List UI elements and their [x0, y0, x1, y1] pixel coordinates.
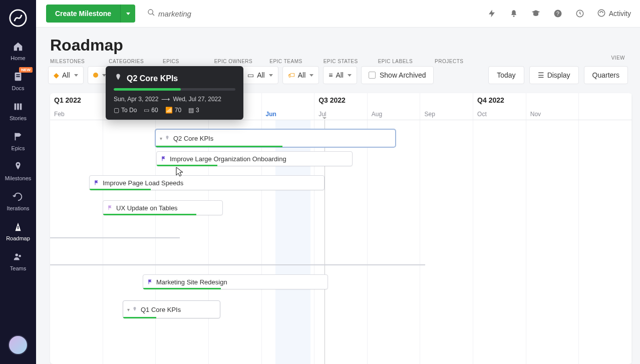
search-input[interactable] [158, 10, 288, 18]
epic-bar[interactable]: Improve Page Load Speeds [89, 175, 325, 190]
bar-label: Improve Page Load Speeds [103, 179, 183, 187]
teams-icon [12, 250, 25, 263]
filter-value: All [257, 71, 265, 79]
svg-rect-19 [162, 157, 163, 161]
clock-icon[interactable] [575, 9, 585, 19]
main: Create Milestone ? Activity Roadmap [36, 0, 640, 364]
help-icon[interactable]: ? [553, 9, 563, 19]
timeline-body[interactable]: ▾Q2 Core KPIsImprove Large Organization … [50, 120, 632, 364]
svg-rect-6 [20, 104, 22, 110]
sidebar-item-iterations[interactable]: Iterations [1, 186, 36, 216]
sidebar-item-stories[interactable]: Stories [1, 96, 36, 126]
flag-icon [147, 279, 153, 285]
pin-icon: ◆ [54, 71, 59, 79]
status-icon: ▢ [114, 107, 119, 114]
right-controls: Today ☰ Display Quarters VIEW [488, 66, 628, 84]
filter-epic-states[interactable]: ▭ All [242, 66, 278, 84]
sidebar-item-teams[interactable]: Teams [1, 246, 36, 276]
svg-rect-20 [95, 181, 96, 185]
iterations-icon [12, 190, 25, 203]
filter-label: EPIC LABELS [378, 59, 413, 64]
sidebar-item-docs[interactable]: NEW Docs [1, 66, 36, 96]
state-icon: ▭ [247, 71, 254, 79]
svg-point-12 [148, 10, 153, 14]
epic-bar[interactable]: UX Update on Tables [103, 200, 223, 215]
sidebar-item-label: Home [11, 55, 25, 61]
chevron-down-icon [309, 74, 313, 77]
bar-label: Q2 Core KPIs [173, 135, 213, 142]
sidebar-item-label: Stories [10, 115, 27, 121]
svg-rect-21 [109, 206, 109, 210]
timeline-column: Nov [526, 93, 579, 120]
activity-link[interactable]: Activity [597, 9, 631, 19]
milestone-bar[interactable]: ▾Q2 Core KPIs [155, 129, 396, 147]
app-logo[interactable] [7, 7, 29, 29]
svg-point-8 [17, 164, 19, 166]
sidebar-item-roadmap[interactable]: Roadmap [1, 216, 36, 246]
month-label: Sep [424, 111, 435, 118]
timeline[interactable]: Q1 2022FebMarQ2 2022AprMayJunQ3 2022JulA… [50, 93, 632, 364]
filter-label: EPIC TEAMS [269, 59, 302, 64]
sidebar-item-home[interactable]: Home [1, 36, 36, 66]
show-archived-label: Show Archived [380, 71, 426, 79]
milestone-bar[interactable]: ▾Q1 Core KPIs [123, 300, 220, 318]
signal-icon: 📶 [165, 107, 173, 114]
month-label: Oct [477, 111, 487, 118]
milestone-tooltip: Q2 Core KPIs Sun, Apr 3, 2022 ⟶ Wed, Jul… [106, 66, 243, 120]
quarters-button[interactable]: Quarters [584, 66, 628, 84]
create-dropdown-caret[interactable] [120, 5, 135, 23]
activity-icon [597, 9, 606, 19]
card-icon: ▭ [144, 107, 149, 114]
search-box[interactable] [147, 9, 288, 19]
sidebar-item-label: Iterations [7, 205, 29, 211]
tooltip-stats: ▢To Do ▭60 📶70 ▤3 [114, 107, 235, 114]
epic-bar[interactable]: Marketing Site Redesign [143, 274, 328, 289]
filter-label: EPIC STATES [324, 59, 358, 64]
grad-cap-icon[interactable] [531, 9, 541, 19]
show-archived-toggle[interactable]: Show Archived [361, 66, 434, 84]
tooltip-count2: 70 [175, 107, 181, 114]
timeline-column: Jun [262, 93, 315, 120]
flag-icon [161, 156, 167, 162]
filter-value: All [336, 71, 344, 79]
bar-progress [103, 214, 196, 215]
bar-progress [123, 317, 156, 318]
bar-progress [143, 288, 221, 289]
doc-icon: ▤ [188, 107, 194, 114]
stories-icon [12, 100, 25, 113]
bolt-icon[interactable] [487, 9, 497, 19]
sliders-icon: ☰ [538, 71, 544, 79]
filter-label: PROJECTS [435, 59, 463, 64]
tooltip-count3: 3 [196, 107, 199, 114]
topbar-right: ? Activity [487, 9, 631, 19]
chevron-down-icon[interactable]: ▾ [160, 136, 162, 141]
tooltip-title: Q2 Core KPIs [127, 74, 178, 83]
filter-projects[interactable]: ≡ All [323, 66, 357, 84]
svg-rect-5 [17, 104, 19, 110]
epic-bar[interactable]: Improve Large Organization Onboarding [156, 151, 353, 166]
chevron-down-icon[interactable]: ▾ [127, 307, 130, 312]
milestone-divider [50, 264, 425, 265]
sidebar-item-epics[interactable]: Epics [1, 126, 36, 156]
bell-icon[interactable] [509, 9, 519, 19]
chevron-down-icon [348, 74, 352, 77]
filter-milestones[interactable]: ◆ All [48, 66, 84, 84]
project-icon: ≡ [329, 71, 333, 79]
filter-label: EPICS [163, 59, 179, 64]
tooltip-end: Wed, Jul 27, 2022 [173, 96, 221, 103]
sidebar-item-milestones[interactable]: Milestones [1, 156, 36, 186]
avatar[interactable] [8, 335, 28, 355]
home-icon [12, 40, 25, 53]
svg-rect-22 [149, 280, 149, 284]
bar-label: Marketing Site Redesign [156, 278, 227, 286]
bar-label: Q1 Core KPIs [141, 306, 181, 313]
quarter-label: Q3 2022 [318, 96, 367, 104]
chevron-down-icon [269, 74, 273, 77]
create-milestone-label[interactable]: Create Milestone [46, 5, 120, 23]
filter-epic-labels[interactable]: 🏷 All [282, 66, 319, 84]
today-button[interactable]: Today [488, 66, 524, 84]
create-milestone-button[interactable]: Create Milestone [46, 5, 135, 23]
month-label: Feb [54, 111, 65, 118]
display-button[interactable]: ☰ Display [529, 66, 579, 84]
svg-point-10 [16, 254, 19, 256]
